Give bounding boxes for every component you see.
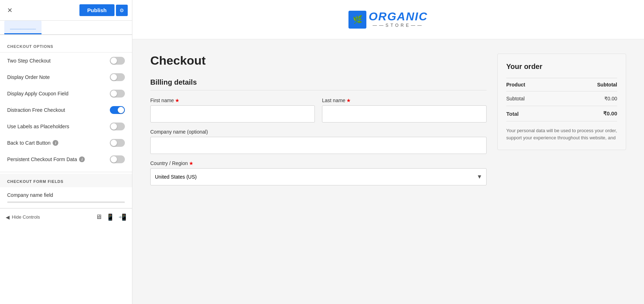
option-row-distraction-free: Distraction Free Checkout xyxy=(0,102,132,118)
bottom-bar: ◀ Hide Controls 🖥 📱 📲 xyxy=(0,208,132,225)
toggle-thumb-back-to-cart xyxy=(111,140,117,146)
country-select[interactable]: United States (US) xyxy=(150,168,487,185)
toggle-distraction-free[interactable] xyxy=(110,106,125,114)
country-label: Country / Region★ xyxy=(150,160,487,166)
hide-controls-arrow: ◀ xyxy=(6,214,10,220)
hide-controls-label: Hide Controls xyxy=(12,214,40,220)
company-name-field-item[interactable]: Company name field xyxy=(0,187,132,208)
option-label-display-apply-coupon: Display Apply Coupon Field xyxy=(7,91,68,96)
toggle-two-step-checkout[interactable] xyxy=(110,57,125,65)
publish-button[interactable]: Publish xyxy=(79,4,114,16)
first-name-group: First name★ xyxy=(150,98,315,123)
help-icon-persistent-checkout[interactable]: i xyxy=(79,156,85,162)
subtotal-row: Subtotal ₹0.00 xyxy=(506,91,617,106)
option-text-back-to-cart: Back to Cart Button xyxy=(7,140,50,146)
site-header: 🌿 ORGANIC ——STORE—— xyxy=(132,0,644,39)
option-label-distraction-free: Distraction Free Checkout xyxy=(7,107,65,113)
country-group: Country / Region★ United States (US) ▼ xyxy=(150,160,487,185)
option-row-display-apply-coupon: Display Apply Coupon Field xyxy=(0,85,132,102)
option-row-display-order-note: Display Order Note xyxy=(0,69,132,85)
field-slider-bar xyxy=(7,201,125,203)
mobile-icon[interactable]: 📲 xyxy=(118,213,126,221)
desktop-icon[interactable]: 🖥 xyxy=(96,213,102,221)
option-label-persistent-checkout: Persistent Checkout Form Datai xyxy=(7,156,85,162)
country-row: Country / Region★ United States (US) ▼ xyxy=(150,160,487,185)
company-row: Company name (optional) xyxy=(150,129,487,154)
billing-title: Billing details xyxy=(150,78,487,90)
option-row-use-labels: Use Labels as Placeholders xyxy=(0,118,132,135)
option-label-display-order-note: Display Order Note xyxy=(7,74,50,80)
option-label-back-to-cart: Back to Cart Buttoni xyxy=(7,140,58,146)
checkout-content: Checkout Billing details First name★ Las… xyxy=(132,39,644,206)
country-required: ★ xyxy=(189,160,194,166)
total-value: ₹0.00 xyxy=(560,106,617,121)
toggle-thumb-display-order-note xyxy=(111,74,117,80)
first-name-required: ★ xyxy=(175,98,180,103)
privacy-note: Your personal data will be used to proce… xyxy=(506,127,617,141)
company-group: Company name (optional) xyxy=(150,129,487,154)
billing-section: Checkout Billing details First name★ Las… xyxy=(150,54,487,192)
option-label-use-labels: Use Labels as Placeholders xyxy=(7,124,69,129)
hide-controls-button[interactable]: ◀ Hide Controls xyxy=(6,214,40,220)
product-header: Product xyxy=(506,78,560,91)
right-content: 🌿 ORGANIC ——STORE—— Checkout Billing det… xyxy=(132,0,644,304)
toggle-display-order-note[interactable] xyxy=(110,73,125,81)
close-button[interactable]: ✕ xyxy=(4,5,15,16)
toggle-track-display-order-note xyxy=(110,73,125,81)
company-label: Company name (optional) xyxy=(150,129,487,135)
toggle-track-two-step-checkout xyxy=(110,57,125,65)
name-row: First name★ Last name★ xyxy=(150,98,487,123)
logo-text: ORGANIC xyxy=(369,11,428,22)
left-panel: ✕ Publish ⚙ __________ CHECKOUT OPTIONS … xyxy=(0,0,132,304)
device-icons: 🖥 📱 📲 xyxy=(96,213,126,221)
option-row-back-to-cart: Back to Cart Buttoni xyxy=(0,135,132,151)
toggle-display-apply-coupon[interactable] xyxy=(110,90,125,98)
company-input[interactable] xyxy=(150,137,487,154)
option-row-two-step-checkout: Two Step Checkout xyxy=(0,53,132,69)
logo-sub: ——STORE—— xyxy=(372,23,424,28)
country-select-wrap: United States (US) ▼ xyxy=(150,168,487,185)
total-row: Total ₹0.00 xyxy=(506,106,617,121)
order-table: Product Subtotal Subtotal ₹0.00 Total ₹0… xyxy=(506,78,617,121)
last-name-label: Last name★ xyxy=(322,98,487,103)
option-row-persistent-checkout: Persistent Checkout Form Datai xyxy=(0,151,132,168)
logo-highlight: O xyxy=(369,10,378,23)
checkout-form-fields-section: CHECKOUT FORM FIELDS Company name field xyxy=(0,174,132,208)
order-title: Your order xyxy=(506,63,617,71)
active-tab[interactable]: __________ xyxy=(4,21,42,34)
settings-button[interactable]: ⚙ xyxy=(116,5,128,16)
option-text-distraction-free: Distraction Free Checkout xyxy=(7,107,65,113)
option-text-two-step-checkout: Two Step Checkout xyxy=(7,58,50,64)
checkout-options-section: CHECKOUT OPTIONS Two Step CheckoutDispla… xyxy=(0,35,132,170)
toggle-track-back-to-cart xyxy=(110,139,125,147)
help-icon-back-to-cart[interactable]: i xyxy=(53,140,58,146)
first-name-input[interactable] xyxy=(150,105,315,123)
toggle-track-use-labels xyxy=(110,123,125,130)
logo-wrapper: 🌿 ORGANIC ——STORE—— xyxy=(348,11,428,29)
subtotal-header: Subtotal xyxy=(560,78,617,91)
option-text-display-order-note: Display Order Note xyxy=(7,74,50,80)
last-name-input[interactable] xyxy=(322,105,487,123)
publish-area: Publish ⚙ xyxy=(79,4,128,16)
subtotal-label: Subtotal xyxy=(506,91,560,106)
toggle-track-display-apply-coupon xyxy=(110,90,125,98)
last-name-group: Last name★ xyxy=(322,98,487,123)
top-bar: ✕ Publish ⚙ xyxy=(0,0,132,21)
toggle-thumb-persistent-checkout xyxy=(111,156,117,163)
order-panel: Your order Product Subtotal Subtotal ₹0.… xyxy=(497,54,626,150)
logo-leaf-icon: 🌿 xyxy=(353,15,362,24)
checkout-title: Checkout xyxy=(150,54,487,68)
option-text-use-labels: Use Labels as Placeholders xyxy=(7,124,69,129)
tablet-icon[interactable]: 📱 xyxy=(106,213,114,221)
toggle-persistent-checkout[interactable] xyxy=(110,155,125,163)
toggle-thumb-distraction-free xyxy=(118,107,124,113)
option-text-persistent-checkout: Persistent Checkout Form Data xyxy=(7,156,77,162)
toggle-track-persistent-checkout xyxy=(110,155,125,163)
tab-bar: __________ xyxy=(0,21,132,35)
logo-icon-box: 🌿 xyxy=(348,11,366,29)
toggle-thumb-use-labels xyxy=(111,123,117,130)
toggle-back-to-cart[interactable] xyxy=(110,139,125,147)
logo-area: ORGANIC ——STORE—— xyxy=(369,11,428,28)
total-label: Total xyxy=(506,106,560,121)
toggle-use-labels[interactable] xyxy=(110,123,125,130)
